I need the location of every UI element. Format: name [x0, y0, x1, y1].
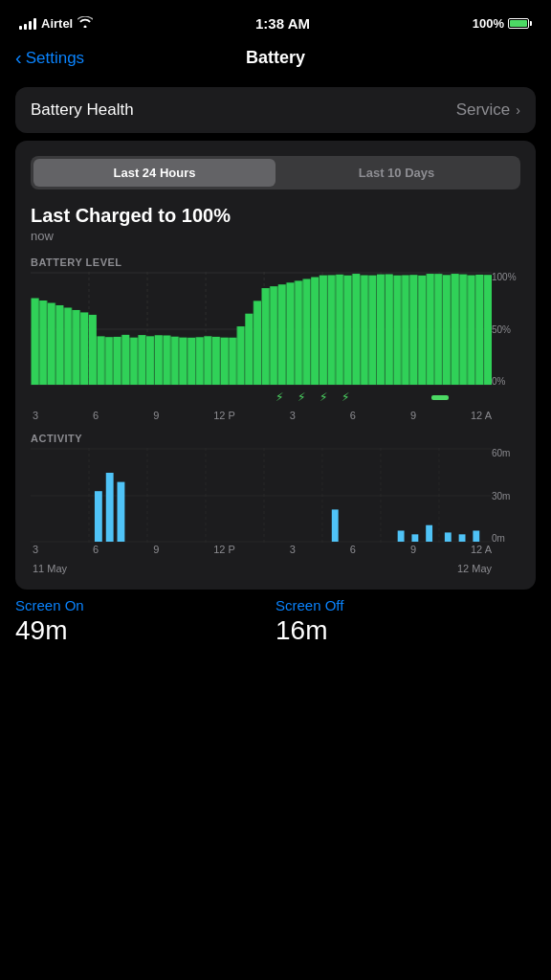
status-bar: Airtel 1:38 AM 100% — [0, 0, 551, 42]
tab-24hours[interactable]: Last 24 Hours — [33, 159, 276, 187]
nav-bar: ‹ Settings Battery — [0, 42, 551, 79]
tab-10days[interactable]: Last 10 Days — [276, 159, 518, 187]
date-label-right: 12 May — [457, 563, 492, 574]
svg-text:⚡: ⚡ — [276, 389, 283, 404]
svg-text:⚡: ⚡ — [320, 389, 327, 404]
battery-level-chart: /* bars rendered below */ 100% 50% 0% — [31, 272, 520, 387]
date-label-left: 11 May — [33, 563, 67, 574]
activity-y-labels: 60m 30m 0m — [492, 448, 520, 544]
time-range-tabs: Last 24 Hours Last 10 Days — [31, 156, 520, 189]
screen-on-value: 49m — [15, 615, 276, 646]
activity-x-labels: 3 6 9 12 P 3 6 9 12 A — [31, 544, 520, 555]
wifi-icon — [77, 16, 93, 31]
chart-section: Last 24 Hours Last 10 Days Last Charged … — [15, 141, 536, 590]
battery-icon — [508, 18, 532, 29]
battery-level-label: BATTERY LEVEL — [31, 256, 520, 268]
charged-subtitle: now — [31, 229, 520, 243]
charging-indicators-svg: ⚡ ⚡ ⚡ ⚡ — [34, 386, 503, 407]
screen-on-label: Screen On — [15, 597, 276, 613]
charged-title: Last Charged to 100% — [31, 205, 520, 227]
chevron-right-icon: › — [516, 102, 520, 118]
screen-off-stat: Screen Off 16m — [276, 597, 536, 646]
signal-bars-icon — [19, 17, 36, 30]
back-label: Settings — [26, 49, 84, 68]
svg-rect-14 — [431, 395, 449, 400]
carrier-label: Airtel — [41, 16, 73, 31]
screen-on-stat: Screen On 49m — [15, 597, 276, 646]
date-labels-row: 11 May 12 May — [31, 559, 520, 574]
status-time: 1:38 AM — [255, 15, 310, 32]
battery-health-value-text: Service — [456, 100, 511, 120]
status-left: Airtel — [19, 16, 93, 31]
screen-off-label: Screen Off — [276, 597, 536, 613]
status-right: 100% — [473, 16, 532, 31]
battery-health-section: Battery Health Service › — [15, 87, 536, 133]
svg-text:⚡: ⚡ — [342, 389, 349, 404]
battery-percent: 100% — [473, 16, 504, 31]
screen-off-value: 16m — [276, 615, 536, 646]
back-button[interactable]: ‹ Settings — [15, 47, 84, 69]
svg-text:⚡: ⚡ — [298, 389, 305, 404]
battery-health-value: Service › — [456, 100, 520, 120]
charging-icons-row: ⚡ ⚡ ⚡ ⚡ — [31, 387, 520, 410]
stats-row: Screen On 49m Screen Off 16m — [15, 597, 536, 646]
activity-label: ACTIVITY — [31, 433, 520, 444]
activity-chart: 60m 30m 0m — [31, 448, 520, 544]
battery-health-label: Battery Health — [31, 100, 134, 120]
back-chevron-icon: ‹ — [15, 47, 22, 69]
battery-health-row[interactable]: Battery Health Service › — [31, 87, 520, 133]
page-title: Battery — [246, 48, 305, 68]
battery-x-labels: 3 6 9 12 P 3 6 9 12 A — [31, 410, 520, 421]
